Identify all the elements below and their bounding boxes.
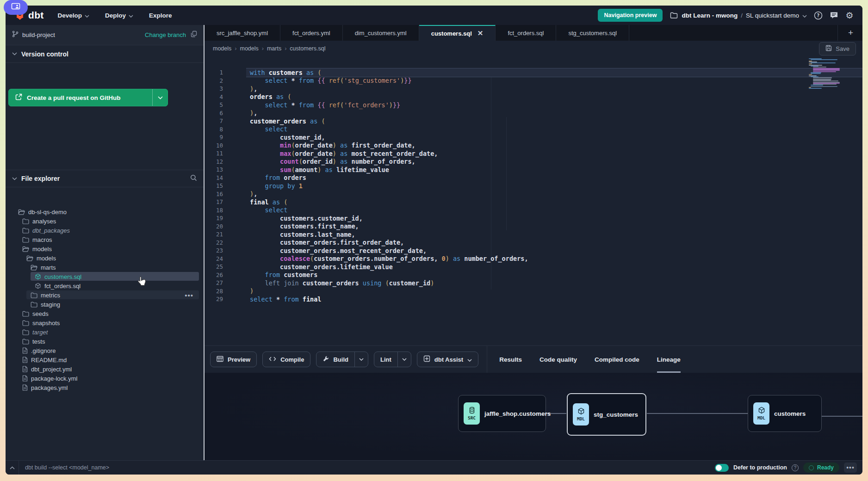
preview-button[interactable]: Preview — [210, 352, 257, 367]
search-icon[interactable] — [190, 174, 197, 183]
tree-item-staging[interactable]: staging — [6, 300, 204, 309]
lineage-canvas[interactable]: SRCjaffle_shop.customersMDLstg_customers… — [205, 373, 862, 460]
code-line-26[interactable]: 26 from customers — [205, 271, 862, 279]
code-line-14[interactable]: 14 from orders — [205, 174, 862, 182]
code-line-18[interactable]: 18 select — [205, 206, 862, 215]
settings-icon[interactable]: ⚙ — [845, 11, 854, 20]
tree-item-fct_orders.sql[interactable]: fct_orders.sql — [6, 281, 204, 290]
tree-item-macros[interactable]: macros — [6, 235, 204, 244]
tree-item-dbt_packages[interactable]: dbt_packages — [6, 226, 204, 235]
menu-explore[interactable]: Explore — [149, 12, 172, 19]
create-pr-main[interactable]: Create a pull request on GitHub — [9, 89, 152, 106]
change-branch-link[interactable]: Change branch — [145, 31, 186, 38]
code-line-21[interactable]: 21 customers.last_name, — [205, 230, 862, 239]
code-line-3[interactable]: 3), — [205, 85, 862, 93]
code-line-5[interactable]: 5 select * from {{ ref('fct_orders')}} — [205, 101, 862, 109]
account-breadcrumb[interactable]: dbt Learn - mwong / SL quickstart demo — [669, 11, 807, 20]
split-dropdown[interactable] — [397, 352, 411, 367]
code-line-24[interactable]: 24 coalesce(customer_orders.number_of_or… — [205, 255, 862, 263]
file-explorer-header[interactable]: File explorer — [6, 170, 204, 187]
create-pr-dropdown[interactable] — [152, 89, 167, 106]
tree-item-models[interactable]: models — [6, 244, 204, 253]
menu-deploy[interactable]: Deploy — [105, 12, 133, 19]
code-line-27[interactable]: 27 left join customer_orders using (cust… — [205, 279, 862, 287]
editor-tab-dim_customers.yml[interactable]: dim_customers.yml — [343, 25, 419, 41]
close-icon[interactable]: ✕ — [477, 29, 484, 37]
dbt-assist-button[interactable]: dbt Assist — [417, 352, 478, 367]
compile-button[interactable]: Compile — [262, 352, 310, 367]
code-line-6[interactable]: 6), — [205, 109, 862, 117]
panel-tab-results[interactable]: Results — [499, 346, 522, 373]
tree-item-metrics[interactable]: metrics••• — [6, 290, 204, 300]
editor-tab-src_jaffle_shop.yml[interactable]: src_jaffle_shop.yml — [205, 25, 280, 41]
editor-tab-customers.sql[interactable]: customers.sql✕ — [419, 25, 496, 41]
tree-item-marts[interactable]: marts — [6, 263, 204, 272]
save-button[interactable]: Save — [819, 42, 856, 56]
code-line-1[interactable]: 1with customers as ( — [205, 68, 862, 77]
editor-tab-stg_customers.sql[interactable]: stg_customers.sql — [556, 25, 629, 41]
code-line-13[interactable]: 13 sum(amount) as lifetime_value — [205, 166, 862, 174]
code-line-29[interactable]: 29select * from final — [205, 295, 862, 303]
defer-to-production-toggle[interactable] — [715, 464, 729, 472]
code-line-2[interactable]: 2 select * from {{ ref('stg_customers')}… — [205, 77, 862, 85]
expand-command-bar-button[interactable] — [6, 461, 19, 475]
code-line-17[interactable]: 17final as ( — [205, 198, 862, 206]
new-tab-button[interactable]: + — [837, 25, 853, 41]
code-line-8[interactable]: 8 select — [205, 125, 862, 134]
split-dropdown[interactable] — [354, 352, 368, 367]
code-line-11[interactable]: 11 max(order_date) as most_recent_order_… — [205, 149, 862, 158]
command-input[interactable]: dbt build --select <model_name> — [25, 464, 715, 471]
editor-tab-fct_orders.yml[interactable]: fct_orders.yml — [280, 25, 343, 41]
breadcrumb-segment[interactable]: models — [213, 45, 231, 52]
tree-item-models[interactable]: models — [6, 253, 204, 263]
code-line-23[interactable]: 23 customer_orders.most_recent_order_dat… — [205, 247, 862, 255]
panel-tab-code-quality[interactable]: Code quality — [539, 346, 577, 373]
tree-item-snapshots[interactable]: snapshots — [6, 318, 204, 327]
lineage-node-jaffle_shop.customers[interactable]: SRCjaffle_shop.customers — [458, 395, 546, 432]
tree-item-package-lock.yml[interactable]: package-lock.yml — [6, 374, 204, 383]
tree-item-packages.yml[interactable]: packages.yml — [6, 383, 204, 392]
breadcrumb-segment[interactable]: marts — [267, 45, 281, 52]
tree-item-README.md[interactable]: README.md — [6, 355, 204, 364]
code-line-25[interactable]: 25 customer_orders.lifetime_value — [205, 263, 862, 271]
code-line-16[interactable]: 16), — [205, 190, 862, 198]
copy-icon[interactable] — [191, 31, 197, 39]
sidebar-resize-handle[interactable] — [204, 25, 205, 460]
breadcrumb-segment[interactable]: customers.sql — [290, 45, 325, 52]
navigation-preview-button[interactable]: Navigation preview — [598, 9, 663, 22]
build-button[interactable]: Build — [316, 352, 368, 367]
tree-item-analyses[interactable]: analyses — [6, 216, 204, 226]
help-icon[interactable]: ? — [813, 11, 823, 20]
defer-help-icon[interactable]: ? — [792, 464, 799, 471]
ready-status-badge[interactable]: Ready — [803, 462, 839, 473]
editor-tab-fct_orders.sql[interactable]: fct_orders.sql — [496, 25, 556, 41]
minimap[interactable] — [809, 58, 837, 89]
feedback-icon[interactable] — [829, 11, 838, 20]
code-line-9[interactable]: 9 customer_id, — [205, 133, 862, 142]
code-line-22[interactable]: 22 customer_orders.first_order_date, — [205, 239, 862, 247]
tree-item-.gitignore[interactable]: .gitignore — [6, 346, 204, 355]
tree-item-target[interactable]: target — [6, 327, 204, 337]
code-line-12[interactable]: 12 count(order_id) as number_of_orders, — [205, 158, 862, 166]
tree-item-db-sl-qs-demo[interactable]: db-sl-qs-demo — [6, 207, 204, 216]
code-line-28[interactable]: 28) — [205, 287, 862, 296]
code-line-20[interactable]: 20 customers.first_name, — [205, 222, 862, 231]
tree-item-tests[interactable]: tests — [6, 337, 204, 346]
code-line-19[interactable]: 19 customers.customer_id, — [205, 214, 862, 222]
tree-item-dbt_project.yml[interactable]: dbt_project.yml — [6, 364, 204, 374]
more-options-button[interactable]: ••• — [844, 462, 857, 473]
code-line-7[interactable]: 7customer_orders as ( — [205, 117, 862, 125]
breadcrumb-segment[interactable]: models — [240, 45, 258, 52]
panel-tab-lineage[interactable]: Lineage — [657, 346, 681, 373]
lint-button[interactable]: Lint — [374, 352, 411, 367]
code-editor[interactable]: 1with customers as (2 select * from {{ r… — [205, 56, 862, 345]
code-line-10[interactable]: 10 min(order_date) as first_order_date, — [205, 142, 862, 150]
menu-develop[interactable]: Develop — [58, 12, 90, 19]
version-control-header[interactable]: Version control — [6, 45, 204, 63]
tree-item-customers.sql[interactable]: customers.sql — [6, 272, 204, 281]
create-pr-button[interactable]: Create a pull request on GitHub — [8, 89, 168, 106]
lineage-node-customers[interactable]: MDLcustomers — [748, 395, 822, 432]
panel-tab-compiled-code[interactable]: Compiled code — [595, 346, 639, 373]
tree-item-seeds[interactable]: seeds — [6, 309, 204, 318]
code-line-4[interactable]: 4orders as ( — [205, 93, 862, 101]
